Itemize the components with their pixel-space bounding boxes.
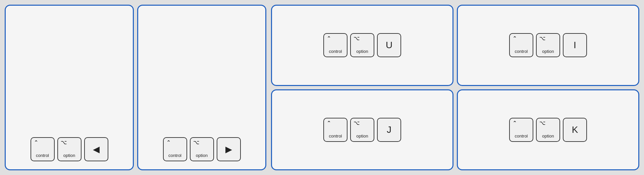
ctrl-label-r3: control bbox=[329, 134, 342, 139]
key-group-left-1: ⌃ control ⌥ option ◀ bbox=[31, 137, 108, 161]
ctrl-label-r2: control bbox=[515, 49, 528, 54]
opt-icon-1: ⌥ bbox=[61, 140, 67, 145]
ctrl-icon-2: ⌃ bbox=[166, 140, 171, 145]
panel-left-2: ⌃ control ⌥ option ▶ bbox=[137, 5, 266, 170]
ctrl-icon-r2: ⌃ bbox=[513, 36, 517, 41]
ctrl-icon-r4: ⌃ bbox=[513, 120, 517, 126]
ctrl-label-r4: control bbox=[515, 134, 528, 139]
panel-right-2: ⌃ control ⌥ option I bbox=[457, 5, 639, 86]
right-section: ⌃ control ⌥ option U ⌃ control bbox=[271, 5, 639, 170]
ctrl-label-2: control bbox=[168, 153, 181, 158]
opt-icon-r1: ⌥ bbox=[354, 36, 360, 41]
opt-label-2: option bbox=[196, 153, 208, 158]
opt-label-r2: option bbox=[542, 49, 554, 54]
letter-key-k[interactable]: K bbox=[563, 118, 587, 142]
option-key-r3[interactable]: ⌥ option bbox=[350, 118, 374, 142]
panel-right-3: ⌃ control ⌥ option J bbox=[271, 89, 453, 171]
letter-j-symbol: J bbox=[387, 124, 391, 135]
option-key-r4[interactable]: ⌥ option bbox=[536, 118, 560, 142]
opt-label-r1: option bbox=[356, 49, 368, 54]
key-group-right-1: ⌃ control ⌥ option U bbox=[323, 33, 401, 57]
control-key-r2[interactable]: ⌃ control bbox=[509, 33, 533, 57]
opt-icon-r2: ⌥ bbox=[539, 36, 545, 41]
letter-key-i[interactable]: I bbox=[563, 33, 587, 57]
letter-key-u[interactable]: U bbox=[377, 33, 401, 57]
letter-k-symbol: K bbox=[572, 124, 578, 135]
key-group-right-4: ⌃ control ⌥ option K bbox=[509, 118, 587, 142]
letter-i-symbol: I bbox=[574, 40, 576, 51]
opt-label-r4: option bbox=[542, 134, 554, 139]
control-key-r3[interactable]: ⌃ control bbox=[323, 118, 347, 142]
control-key-2[interactable]: ⌃ control bbox=[163, 137, 187, 161]
key-group-right-2: ⌃ control ⌥ option I bbox=[509, 33, 587, 57]
opt-icon-r4: ⌥ bbox=[539, 120, 545, 126]
ctrl-label-r1: control bbox=[329, 49, 342, 54]
opt-label-1: option bbox=[63, 153, 75, 158]
ctrl-icon-r3: ⌃ bbox=[327, 120, 331, 126]
option-key-r1[interactable]: ⌥ option bbox=[350, 33, 374, 57]
panel-right-1: ⌃ control ⌥ option U bbox=[271, 5, 453, 86]
ctrl-icon-r1: ⌃ bbox=[327, 36, 331, 41]
arrow-left-key[interactable]: ◀ bbox=[84, 137, 108, 161]
key-group-right-3: ⌃ control ⌥ option J bbox=[323, 118, 401, 142]
panel-left-1: ⌃ control ⌥ option ◀ bbox=[5, 5, 134, 170]
opt-icon-2: ⌥ bbox=[193, 140, 199, 145]
arrow-right-symbol: ▶ bbox=[225, 144, 232, 155]
control-key-r4[interactable]: ⌃ control bbox=[509, 118, 533, 142]
main-container: ⌃ control ⌥ option ◀ ⌃ control bbox=[0, 0, 644, 175]
opt-icon-r3: ⌥ bbox=[354, 120, 360, 126]
ctrl-label-1: control bbox=[36, 153, 49, 158]
letter-u-symbol: U bbox=[386, 40, 392, 51]
arrow-left-symbol: ◀ bbox=[93, 144, 100, 155]
option-key-2[interactable]: ⌥ option bbox=[190, 137, 214, 161]
key-group-left-2: ⌃ control ⌥ option ▶ bbox=[163, 137, 241, 161]
panel-right-4: ⌃ control ⌥ option K bbox=[457, 89, 639, 171]
arrow-right-key[interactable]: ▶ bbox=[217, 137, 241, 161]
ctrl-icon-1: ⌃ bbox=[34, 140, 38, 145]
option-key-1[interactable]: ⌥ option bbox=[57, 137, 82, 161]
opt-label-r3: option bbox=[356, 134, 368, 139]
left-section: ⌃ control ⌥ option ◀ ⌃ control bbox=[5, 5, 266, 170]
control-key-r1[interactable]: ⌃ control bbox=[323, 33, 347, 57]
control-key-1[interactable]: ⌃ control bbox=[31, 137, 55, 161]
letter-key-j[interactable]: J bbox=[377, 118, 401, 142]
option-key-r2[interactable]: ⌥ option bbox=[536, 33, 560, 57]
